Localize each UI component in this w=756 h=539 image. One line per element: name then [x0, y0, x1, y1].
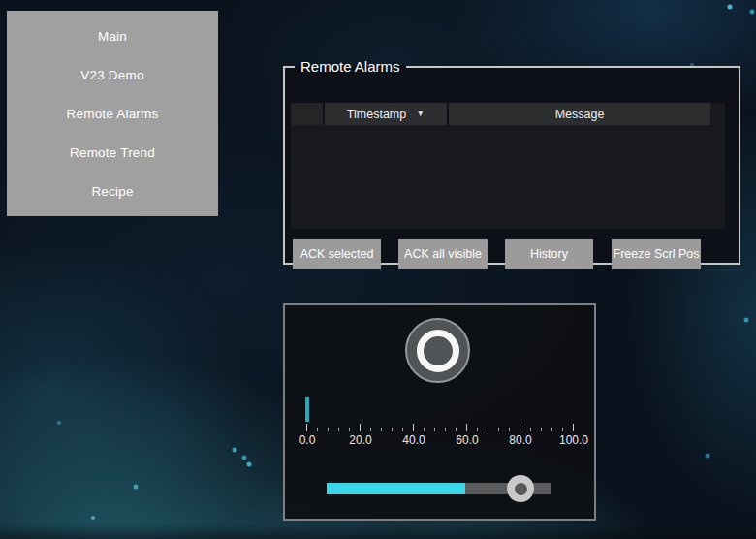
gauge-tick-label: 60.0 [446, 433, 488, 447]
round-push-button-ring [417, 330, 459, 372]
remote-alarms-panel: Remote Alarms Timestamp ▼ Message ACK se… [283, 58, 740, 265]
alarm-table-header-filler [710, 103, 725, 125]
ack-selected-button[interactable]: ACK selected [293, 239, 381, 269]
alarm-table-timestamp-column-header[interactable]: Timestamp ▼ [325, 103, 447, 125]
gauge-tick-label: 20.0 [339, 433, 382, 447]
sort-descending-icon[interactable]: ▼ [416, 110, 425, 118]
alarm-button-row: ACK selected ACK all visible History Fre… [293, 239, 727, 269]
alarm-table-header: Timestamp ▼ Message [291, 103, 725, 125]
round-push-button[interactable] [405, 318, 470, 383]
control-panel: 0.0 20.0 40.0 60.0 80.0 100.0 [283, 303, 596, 521]
gauge-tick-label: 100.0 [552, 433, 595, 447]
value-slider-fill [327, 483, 465, 494]
gauge-tick-label: 40.0 [393, 433, 435, 447]
ack-all-visible-button[interactable]: ACK all visible [398, 239, 488, 269]
gauge-tick-label: 0.0 [286, 433, 329, 447]
history-button[interactable]: History [505, 239, 593, 269]
value-slider-knob[interactable] [507, 475, 534, 502]
sidebar-item-main[interactable]: Main [7, 23, 218, 49]
gauge-tick-label: 80.0 [499, 433, 542, 447]
gauge-tick-scale [306, 424, 574, 431]
alarm-table-selector-column-header[interactable] [291, 103, 323, 125]
sidebar: Main V23 Demo Remote Alarms Remote Trend… [7, 11, 218, 216]
timestamp-column-label: Timestamp [347, 108, 406, 121]
sidebar-item-recipe[interactable]: Recipe [7, 178, 218, 205]
value-slider-track[interactable] [327, 483, 551, 494]
gauge-tick-labels: 0.0 20.0 40.0 60.0 80.0 100.0 [286, 433, 595, 447]
alarm-table-message-column-header[interactable]: Message [449, 103, 710, 125]
sidebar-item-remote-alarms[interactable]: Remote Alarms [7, 101, 218, 127]
sidebar-item-v23-demo[interactable]: V23 Demo [7, 62, 218, 88]
gauge-value-bar [305, 397, 309, 422]
freeze-scroll-pos-button[interactable]: Freeze Scrl Pos [612, 239, 701, 269]
value-slider-knob-dot [515, 483, 527, 495]
background-smoke-particles [0, 0, 2, 2]
alarm-table-body[interactable] [291, 125, 725, 229]
panel-title: Remote Alarms [295, 58, 406, 75]
sidebar-item-remote-trend[interactable]: Remote Trend [7, 140, 218, 166]
